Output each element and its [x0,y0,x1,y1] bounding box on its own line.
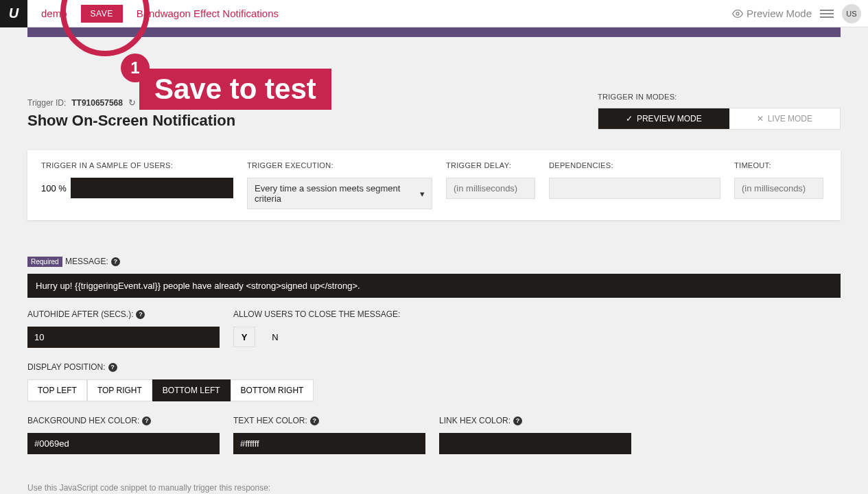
save-button[interactable]: SAVE [81,5,123,23]
timeout-label: TIMEOUT: [734,161,823,169]
callout-text: Save to test [139,69,331,110]
help-icon[interactable]: ? [111,257,120,266]
menu-icon[interactable] [820,8,834,20]
modes-label: TRIGGER IN MODES: [598,93,841,101]
preview-mode-button-label: PREVIEW MODE [637,114,702,124]
close-icon: ✕ [757,114,764,124]
timeout-input[interactable] [734,178,823,199]
message-label: MESSAGE: ? [65,257,120,266]
help-icon[interactable]: ? [136,310,145,319]
help-icon[interactable]: ? [142,416,151,425]
autohide-label: AUTOHIDE AFTER (SECS.): ? [27,309,145,319]
user-avatar[interactable]: US [842,4,861,23]
svg-point-0 [736,12,739,15]
trigger-id-value: TT910657568 [71,98,123,108]
help-icon[interactable]: ? [108,363,117,372]
callout-step-number: 1 [121,54,150,82]
logo-icon: U [9,5,19,21]
refresh-icon[interactable]: ↻ [128,97,136,108]
position-top-right[interactable]: TOP RIGHT [87,379,152,401]
link-color-input[interactable] [439,433,631,454]
logo[interactable]: U [0,0,27,27]
sample-slider[interactable] [71,178,233,198]
sample-percent: 100 % [41,183,67,193]
dependencies-label: DEPENDENCIES: [549,161,720,169]
accent-bar [27,27,841,37]
position-bottom-left[interactable]: BOTTOM LEFT [152,379,231,401]
close-yes-button[interactable]: Y [233,327,255,347]
link-color-label: LINK HEX COLOR: ? [439,416,522,425]
top-bar: U demo SAVE Bandwagon Effect Notificatio… [0,0,868,27]
text-color-label: TEXT HEX COLOR: ? [233,416,319,425]
execution-select[interactable]: Every time a session meets segment crite… [247,178,432,209]
dependencies-input[interactable] [549,178,720,199]
mode-button-group: ✓ PREVIEW MODE ✕ LIVE MODE [598,108,841,130]
execution-value: Every time a session meets segment crite… [255,183,420,204]
help-icon[interactable]: ? [310,416,319,425]
live-mode-button[interactable]: ✕ LIVE MODE [729,108,840,129]
snippet-label: Use this JavaScript code snippet to manu… [27,483,841,493]
live-mode-button-label: LIVE MODE [768,114,812,124]
help-icon[interactable]: ? [513,416,522,425]
delay-input[interactable] [446,178,535,199]
check-icon: ✓ [626,114,633,124]
bg-color-label: BACKGROUND HEX COLOR: ? [27,416,151,425]
trigger-id-label: Trigger ID: [27,98,66,108]
delay-label: TRIGGER DELAY: [446,161,535,169]
bg-color-input[interactable] [27,433,220,454]
autohide-input[interactable] [27,327,220,348]
close-label: ALLOW USERS TO CLOSE THE MESSAGE: [233,309,400,319]
position-top-left[interactable]: TOP LEFT [27,379,87,401]
preview-mode-button[interactable]: ✓ PREVIEW MODE [598,108,729,129]
preview-mode-label: Preview Mode [747,8,812,19]
config-panel: TRIGGER IN A SAMPLE OF USERS: 100 % TRIG… [27,150,841,220]
chevron-down-icon: ▾ [420,189,425,199]
message-input[interactable] [27,274,841,298]
position-bottom-right[interactable]: BOTTOM RIGHT [231,379,314,401]
required-badge: Required [27,257,62,267]
eye-icon [732,8,743,19]
page-title: Bandwagon Effect Notifications [137,8,279,19]
position-label: DISPLAY POSITION: ? [27,362,117,372]
brand-name[interactable]: demo [27,8,81,19]
close-no-button[interactable]: N [261,327,283,347]
execution-label: TRIGGER EXECUTION: [247,161,432,169]
sample-label: TRIGGER IN A SAMPLE OF USERS: [41,161,233,169]
text-color-input[interactable] [233,433,425,454]
preview-mode-toggle[interactable]: Preview Mode [732,8,812,19]
